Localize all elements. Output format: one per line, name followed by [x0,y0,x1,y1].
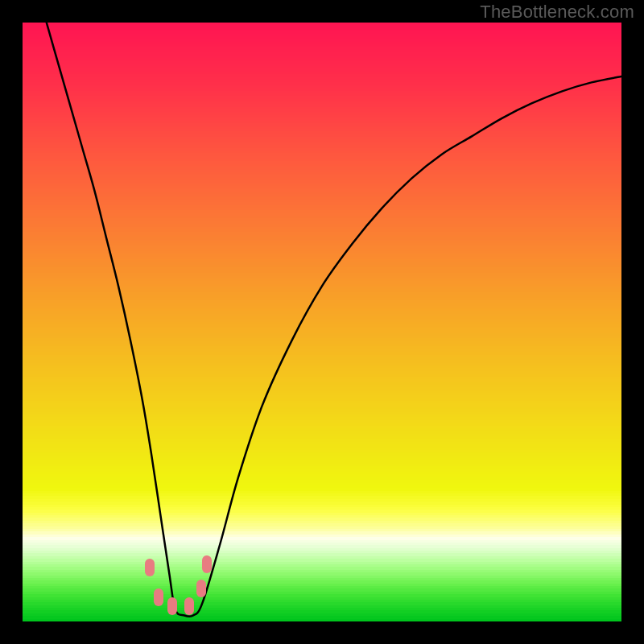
highlight-marker [145,559,155,576]
highlight-marker [154,588,163,606]
highlight-marker [184,597,194,615]
highlight-marker [202,555,212,573]
highlight-marker [167,597,177,615]
curve-layer [23,23,621,621]
plot-area [23,23,621,621]
highlight-marker [196,580,206,597]
chart-frame: TheBottleneck.com [0,0,644,644]
watermark-text: TheBottleneck.com [480,2,634,23]
bottleneck-curve [47,23,621,617]
